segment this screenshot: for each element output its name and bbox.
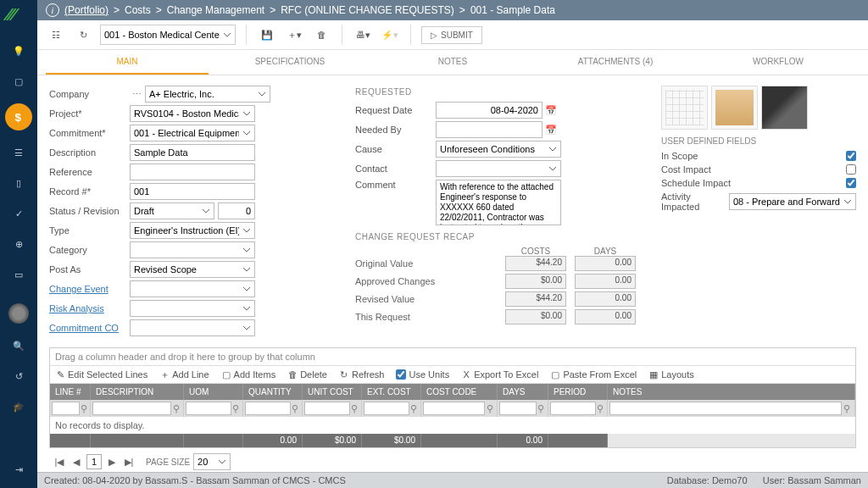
calendar-icon[interactable]: 📅 [544,103,558,117]
filter-icon[interactable]: ⚲ [80,403,88,414]
page-size-select[interactable]: 20 [193,453,231,470]
col-period[interactable]: PERIOD [548,384,608,400]
grid-delete-button[interactable]: 🗑Delete [287,369,327,380]
bolt-icon[interactable]: ⚡▾ [380,25,400,45]
comment-textarea[interactable]: With reference to the attached Engineer'… [436,180,561,225]
page-last-icon[interactable]: ▶| [122,455,136,469]
thumb-equipment[interactable] [761,86,808,130]
description-input[interactable] [130,144,255,161]
history-icon[interactable]: ↻ [73,25,93,45]
delete-icon[interactable]: 🗑 [311,25,331,45]
grid-addline-button[interactable]: ＋Add Line [159,369,209,380]
ellipsis-icon[interactable]: ⋯ [130,87,143,101]
sidebar-search-icon[interactable]: 🔍 [10,337,27,354]
filter-line[interactable] [52,402,80,415]
submit-button[interactable]: ▷ SUBMIT [421,26,482,44]
print-icon[interactable]: 🖶▾ [353,25,373,45]
sidebar-bulb-icon[interactable]: 💡 [10,42,27,59]
sidebar-list-icon[interactable]: ☰ [10,144,27,161]
filter-period[interactable] [550,402,596,415]
lbl-risk[interactable]: Risk Analysis [49,303,130,313]
new-icon[interactable]: ＋▾ [284,25,304,45]
filter-icon[interactable]: ⚲ [171,403,181,414]
col-qty[interactable]: QUANTITY [243,384,303,400]
page-first-icon[interactable]: |◀ [53,455,66,469]
grid-group-hint[interactable]: Drag a column header and drop it here to… [50,348,855,366]
company-select[interactable]: A+ Electric, Inc. [145,86,270,103]
category-select[interactable] [130,241,255,258]
info-icon[interactable]: i [46,3,59,17]
col-uom[interactable]: UOM [184,384,243,400]
filter-icon[interactable]: ⚲ [485,403,495,414]
sidebar-check-icon[interactable]: ✓ [10,205,27,222]
ccco-select[interactable] [130,319,255,336]
col-desc[interactable]: DESCRIPTION [91,384,184,400]
col-costcode[interactable]: COST CODE [421,384,498,400]
sidebar-grad-icon[interactable]: 🎓 [10,398,27,415]
sidebar-avatar[interactable] [8,303,29,324]
bc-costs[interactable]: Costs [125,4,151,16]
filter-uc[interactable] [304,402,350,415]
col-line[interactable]: LINE # [50,384,91,400]
bc-portfolio[interactable]: (Portfolio) [64,4,108,16]
bc-change[interactable]: Change Management [167,4,264,16]
filter-icon[interactable]: ⚲ [291,403,300,414]
grid-useunits-check[interactable]: Use Units [396,369,449,380]
filter-icon[interactable]: ⚲ [409,403,419,414]
udf-sched-check[interactable] [846,178,856,188]
status-select[interactable]: Draft [130,202,214,219]
col-days[interactable]: DAYS [498,384,548,400]
grid-edit-button[interactable]: ✎Edit Selected Lines [55,369,147,380]
filter-days[interactable] [499,402,537,415]
sidebar-clipboard-icon[interactable]: ▢ [10,73,27,90]
lbl-change-event[interactable]: Change Event [49,284,130,294]
record-input[interactable] [130,183,255,200]
udf-inscope-check[interactable] [846,151,856,161]
outline-icon[interactable]: ☷ [46,25,66,45]
filter-icon[interactable]: ⚲ [350,403,359,414]
sidebar-building-icon[interactable]: ▯ [10,175,27,191]
col-extcost[interactable]: EXT. COST [362,384,421,400]
project-selector[interactable]: 001 - Boston Medical Center - Samp [100,25,236,45]
filter-notes[interactable] [609,402,842,415]
udf-activity-select[interactable]: 08 - Prepare and Forward Rebar [729,193,856,210]
sidebar-logout-icon[interactable]: ⇥ [10,461,27,478]
bc-rfc[interactable]: RFC (ONLINE CHANGE REQUESTS) [281,4,454,16]
tab-main[interactable]: MAIN [46,50,209,75]
tab-specifications[interactable]: SPECIFICATIONS [209,50,371,75]
filter-icon[interactable]: ⚲ [596,403,605,414]
grid-paste-button[interactable]: ▢Paste From Excel [550,369,637,380]
col-unitcost[interactable]: UNIT COST [303,384,362,400]
page-next-icon[interactable]: ▶ [105,455,119,469]
sidebar-history-icon[interactable]: ↺ [10,368,27,385]
thumb-floorplan[interactable] [711,86,758,130]
commitment-select[interactable]: 001 - Electrical Equipment [130,125,255,141]
tab-notes[interactable]: NOTES [371,50,534,75]
save-icon[interactable]: 💾 [257,25,277,45]
filter-qty[interactable] [245,402,291,415]
grid-refresh-button[interactable]: ↻Refresh [339,369,385,380]
type-select[interactable]: Engineer's Instruction (EI) [130,222,255,239]
sidebar-globe-icon[interactable]: ⊕ [10,236,27,252]
revision-input[interactable] [218,202,255,219]
filter-icon[interactable]: ⚲ [231,403,241,414]
lbl-ccco[interactable]: Commitment CO [49,323,130,333]
tab-attachments[interactable]: ATTACHMENTS (4) [534,50,697,75]
contact-select[interactable] [436,160,561,177]
grid-export-button[interactable]: XExport To Excel [461,369,538,380]
postas-select[interactable]: Revised Scope [130,261,255,278]
filter-ec[interactable] [364,402,409,415]
sidebar-briefcase-icon[interactable]: ▭ [10,266,27,283]
reference-input[interactable] [130,164,255,180]
calendar-icon[interactable]: 📅 [544,123,558,136]
filter-cc[interactable] [423,402,485,415]
udf-cost-check[interactable] [846,164,856,175]
grid-layouts-button[interactable]: ▦Layouts [648,369,694,380]
request-date-input[interactable] [436,102,542,119]
filter-icon[interactable]: ⚲ [842,403,853,414]
sidebar-dollar-icon[interactable]: $ [5,103,32,130]
filter-uom[interactable] [186,402,231,415]
cause-select[interactable]: Unforeseen Conditions [436,141,561,158]
filter-desc[interactable] [92,402,171,415]
tab-workflow[interactable]: WORKFLOW [697,50,860,75]
